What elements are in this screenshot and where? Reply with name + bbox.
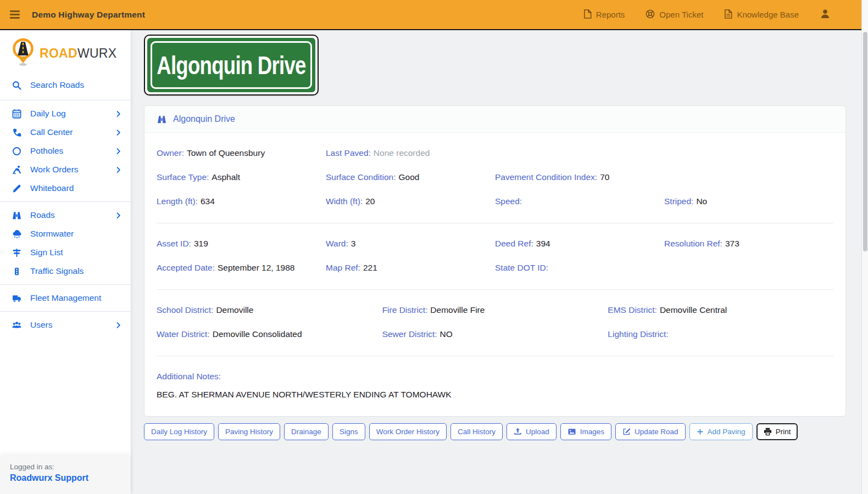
hamburger-menu-icon[interactable] xyxy=(10,10,21,18)
field-value: Demoville Fire xyxy=(430,305,485,315)
field-label: Water District: xyxy=(157,329,210,339)
work-order-history-button[interactable]: Work Order History xyxy=(369,423,447,440)
sidebar-item-potholes[interactable]: Potholes xyxy=(0,142,131,160)
drainage-button[interactable]: Drainage xyxy=(284,423,329,440)
sidebar-item-fleet-management[interactable]: Fleet Management xyxy=(0,289,131,307)
plus-icon xyxy=(697,428,704,435)
logged-in-user-link[interactable]: Roadwurx Support xyxy=(10,473,121,483)
field-value: 70 xyxy=(600,172,609,182)
sidebar-item-work-orders[interactable]: Work Orders xyxy=(0,160,131,179)
road-card-title: Algonquin Drive xyxy=(173,114,235,124)
sidebar-item-search-roads[interactable]: Search Roads xyxy=(0,74,131,96)
paving-history-button[interactable]: Paving History xyxy=(218,423,280,440)
phone-icon xyxy=(12,128,22,137)
print-icon xyxy=(764,428,772,436)
field-value: Town of Queensbury xyxy=(187,148,265,158)
topbar: Demo Highway Department ReportsOpen Tick… xyxy=(0,0,861,30)
field-label: Pavement Condition Index: xyxy=(495,172,597,182)
field-label: Speed: xyxy=(495,197,522,206)
logged-in-as-label: Logged in as: xyxy=(10,463,121,471)
section-divider xyxy=(157,223,833,223)
user-menu[interactable] xyxy=(820,8,831,21)
sidebar-item-traffic-signals[interactable]: Traffic Signals xyxy=(0,262,131,280)
scrollbar-thumb[interactable] xyxy=(863,32,867,251)
upload-icon xyxy=(514,428,522,436)
field-ward: Ward:3 xyxy=(326,239,495,249)
sidebar-item-users[interactable]: Users xyxy=(0,316,131,334)
field-label: Owner: xyxy=(157,148,184,158)
field-value: 3 xyxy=(351,239,356,248)
cloud-rain-icon xyxy=(12,229,22,239)
topbar-link-label: Knowledge Base xyxy=(737,10,799,19)
sidebar-item-roads[interactable]: Roads xyxy=(0,206,131,224)
upload-button[interactable]: Upload xyxy=(507,423,557,440)
field-label: Last Paved: xyxy=(326,148,371,158)
topbar-link-open-ticket[interactable]: Open Ticket xyxy=(646,9,703,20)
truck-icon xyxy=(12,294,22,303)
call-history-button[interactable]: Call History xyxy=(450,423,503,440)
field-label: Length (ft): xyxy=(157,197,198,206)
field-striped: Striped:No xyxy=(664,197,833,206)
search-icon xyxy=(12,81,22,90)
field-row: Water District:Demoville ConsolidatedSew… xyxy=(157,329,833,339)
field-value: 20 xyxy=(365,197,375,206)
sidebar-item-label: Stormwater xyxy=(30,229,74,239)
sidebar-item-whiteboard[interactable]: Whiteboard xyxy=(0,179,131,198)
sidebar-item-daily-log[interactable]: Daily Log xyxy=(0,104,131,123)
field-value: 319 xyxy=(194,239,208,248)
chevron-right-icon xyxy=(115,110,122,117)
map-pin-road-icon xyxy=(11,38,35,69)
sidebar-item-label: Potholes xyxy=(30,146,63,156)
additional-notes-text: BEG. AT SHERMAN AVENUE NORTH/WESTERLY EN… xyxy=(157,390,833,400)
roadwurx-logo[interactable]: ROADWURX xyxy=(0,30,131,74)
additional-notes-label: Additional Notes: xyxy=(157,372,833,381)
sidebar-item-call-center[interactable]: Call Center xyxy=(0,123,131,142)
sidebar-item-label: Call Center xyxy=(30,127,73,137)
field-surface-type: Surface Type:Asphalt xyxy=(157,172,326,182)
sidebar-item-sign-list[interactable]: Sign List xyxy=(0,243,131,262)
field-state-dot-id: State DOT ID: xyxy=(495,263,664,273)
chevron-right-icon xyxy=(115,148,122,155)
road-card-body: Owner:Town of QueensburyLast Paved:None … xyxy=(144,133,845,416)
department-title: Demo Highway Department xyxy=(32,10,145,20)
topbar-link-knowledge-base[interactable]: Knowledge Base xyxy=(724,9,799,20)
sidebar-item-label: Daily Log xyxy=(30,109,66,119)
field-label: Map Ref: xyxy=(326,263,360,272)
section-divider xyxy=(157,356,833,356)
chevron-right-icon xyxy=(115,166,122,173)
circle-icon xyxy=(12,147,22,156)
button-label: Signs xyxy=(340,428,358,436)
users-icon xyxy=(12,321,22,330)
scrollbar-track[interactable] xyxy=(861,0,868,494)
field-value: 373 xyxy=(725,239,739,248)
field-value: No xyxy=(696,197,707,206)
person-digging-icon xyxy=(12,165,22,175)
topbar-link-reports[interactable]: Reports xyxy=(583,9,625,20)
image-icon xyxy=(567,428,576,436)
sidebar-divider xyxy=(0,284,131,285)
field-value: September 12, 1988 xyxy=(218,263,294,272)
print-button[interactable]: Print xyxy=(756,423,798,440)
file-text-icon xyxy=(724,9,732,20)
field-sewer-district: Sewer District:NO xyxy=(382,329,608,339)
sidebar-divider xyxy=(0,311,131,312)
button-label: Work Order History xyxy=(376,428,439,436)
road-action-bar: Daily Log HistoryPaving HistoryDrainageS… xyxy=(144,423,846,440)
field-value: 394 xyxy=(536,239,550,248)
sidebar-item-label: Users xyxy=(30,320,52,330)
field-speed: Speed: xyxy=(495,197,664,206)
signs-button[interactable]: Signs xyxy=(332,423,365,440)
button-label: Print xyxy=(776,428,791,436)
daily-log-history-button[interactable]: Daily Log History xyxy=(144,423,214,440)
field-value: 634 xyxy=(201,197,215,206)
images-button[interactable]: Images xyxy=(560,423,611,440)
field-label: Sewer District: xyxy=(382,329,437,339)
field-width-ft: Width (ft):20 xyxy=(326,197,495,206)
pen-icon xyxy=(12,184,22,193)
update-road-button[interactable]: Update Road xyxy=(615,423,686,440)
field-label: Deed Ref: xyxy=(495,239,533,248)
field-value: None recorded xyxy=(374,148,430,158)
sidebar-item-stormwater[interactable]: Stormwater xyxy=(0,224,131,243)
button-label: Call History xyxy=(458,428,496,436)
add-paving-button[interactable]: Add Paving xyxy=(689,423,753,440)
